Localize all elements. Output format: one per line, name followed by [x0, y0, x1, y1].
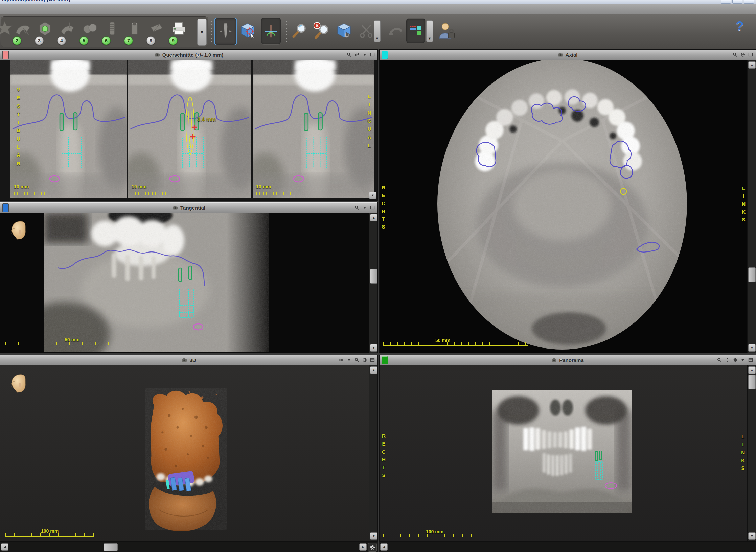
- scroll-left-button[interactable]: ◀: [380, 543, 388, 551]
- view-settings-gear-button[interactable]: [368, 543, 377, 552]
- gear-icon[interactable]: [732, 357, 738, 363]
- eye-icon[interactable]: [338, 357, 344, 363]
- axial-vertical-scrollbar[interactable]: ▲ ▼: [747, 60, 756, 353]
- help-button[interactable]: ?: [733, 19, 747, 35]
- scroll-up-button[interactable]: ▲: [370, 366, 377, 374]
- scrollbar-thumb[interactable]: [748, 267, 756, 282]
- scroll-up-button[interactable]: ▲: [748, 61, 756, 69]
- zoom-reset-tool-button[interactable]: [311, 18, 331, 44]
- annotate-icon[interactable]: [732, 52, 738, 58]
- head-orientation-icon[interactable]: [9, 373, 27, 393]
- snapshot-camera-icon[interactable]: [182, 358, 187, 362]
- workflow-step-4-button[interactable]: 4: [58, 19, 77, 45]
- head-orientation-icon[interactable]: [9, 220, 27, 240]
- annotate-icon[interactable]: [354, 357, 360, 363]
- volume-step-icon: [36, 20, 54, 38]
- window-icon[interactable]: [369, 52, 375, 58]
- contrast-icon[interactable]: [362, 357, 368, 363]
- maximize-button[interactable]: [732, 0, 742, 4]
- step-badge: 8: [146, 36, 155, 45]
- panel-title: Axial: [566, 52, 578, 58]
- undo-icon: [387, 23, 404, 39]
- cut-tool-dropdown[interactable]: ▼: [374, 20, 381, 42]
- axial-image[interactable]: [380, 60, 748, 353]
- dropdown-icon[interactable]: [346, 357, 352, 363]
- volume-pan-tool-button[interactable]: [334, 18, 354, 44]
- cross-section-image-2[interactable]: 3.4 mm 10 mm: [128, 60, 251, 198]
- annotate-icon[interactable]: [354, 205, 360, 211]
- scroll-up-button[interactable]: ▲: [748, 366, 756, 374]
- layout-tool-dropdown[interactable]: ▼: [426, 20, 433, 42]
- user-lock-tool-button[interactable]: [436, 18, 457, 44]
- layout-tool-button[interactable]: [406, 18, 426, 43]
- scrollbar-thumb[interactable]: [370, 269, 377, 284]
- annotate-icon[interactable]: [346, 52, 352, 58]
- workflow-step-2-button[interactable]: 2: [13, 19, 33, 45]
- window-icon[interactable]: [369, 205, 375, 211]
- layout-grid-icon: [409, 24, 423, 38]
- annotate-icon[interactable]: [716, 357, 723, 363]
- minimize-button[interactable]: [721, 0, 731, 4]
- scrollbar-thumb[interactable]: [748, 375, 756, 389]
- divide-icon[interactable]: [724, 357, 730, 363]
- workflow-step-7-button[interactable]: 7: [125, 19, 144, 45]
- zoom-tool-button[interactable]: [290, 18, 309, 44]
- chevron-down-icon: ▼: [375, 36, 379, 40]
- arch-align-tool-button[interactable]: [261, 18, 281, 45]
- snapshot-camera-icon[interactable]: [155, 53, 160, 57]
- implant-select-tool-button[interactable]: [214, 18, 237, 45]
- scroll-right-button[interactable]: ▶: [359, 543, 367, 551]
- panorama-vertical-scrollbar[interactable]: ▲ ▼: [747, 365, 756, 541]
- scroll-left-button[interactable]: ◀: [1, 543, 8, 551]
- split-icon[interactable]: [740, 52, 746, 58]
- workflow-overflow-dropdown[interactable]: ▼: [197, 19, 207, 46]
- tangential-image[interactable]: [44, 213, 269, 352]
- axial-body: R E C H T S L I N K S 50 mm ▲ ▼: [380, 60, 756, 353]
- scroll-down-button[interactable]: ▼: [370, 532, 377, 540]
- dropdown-icon[interactable]: [740, 357, 746, 363]
- threed-horizontal-scrollbar[interactable]: ◀ ▶: [0, 542, 378, 552]
- step-badge: 2: [13, 36, 21, 45]
- scroll-down-button[interactable]: ▼: [370, 344, 377, 352]
- workflow-step-3-button[interactable]: 3: [36, 19, 55, 45]
- panel-title: Tangential: [180, 205, 205, 211]
- snapshot-camera-icon[interactable]: [173, 206, 178, 210]
- close-button[interactable]: [744, 0, 754, 4]
- window-icon[interactable]: [748, 357, 754, 363]
- workflow-step-6-button[interactable]: 6: [102, 19, 122, 45]
- volume-rotate-tool-button[interactable]: [238, 18, 257, 44]
- scroll-up-button[interactable]: ▲: [370, 214, 377, 221]
- orientation-label-links: L I N K S: [742, 184, 746, 223]
- scroll-down-button[interactable]: ▼: [748, 532, 756, 540]
- workflow-step-5-button[interactable]: 5: [80, 19, 100, 45]
- start-step-icon[interactable]: [0, 21, 13, 38]
- snapshot-camera-icon[interactable]: [558, 53, 563, 57]
- panel-header-tangential[interactable]: Tangential: [0, 202, 377, 213]
- scroll-down-button[interactable]: ▼: [748, 344, 756, 352]
- panel-header-3d[interactable]: 3D: [0, 355, 377, 365]
- undo-tool-button[interactable]: [386, 18, 405, 44]
- measurement-label[interactable]: 3.4 mm: [197, 117, 216, 123]
- dropdown-icon[interactable]: [362, 52, 368, 58]
- dropdown-icon[interactable]: [362, 205, 368, 211]
- cross-section-image-3[interactable]: L I N G U A L 10 mm: [253, 60, 374, 198]
- panorama-image[interactable]: [492, 390, 632, 513]
- threed-render[interactable]: [0, 365, 377, 541]
- cross-section-image-1[interactable]: V E S T I B U L Ä R 10 mm: [10, 60, 127, 198]
- workflow-step-9-button[interactable]: 9: [169, 19, 189, 45]
- scroll-down-button[interactable]: ▼: [369, 192, 376, 199]
- link-icon[interactable]: [354, 52, 360, 58]
- threed-vertical-scrollbar[interactable]: ▲ ▼: [369, 365, 377, 541]
- panel-header-axial[interactable]: Axial: [380, 50, 756, 60]
- tangential-vertical-scrollbar[interactable]: ▲ ▼: [369, 213, 377, 353]
- panel-header-panorama[interactable]: Panorama: [380, 355, 756, 365]
- window-icon[interactable]: [369, 357, 375, 363]
- snapshot-camera-icon[interactable]: [551, 358, 557, 362]
- panorama-horizontal-scrollbar[interactable]: ◀: [379, 542, 756, 552]
- step-badge: 6: [102, 36, 111, 45]
- scrollbar-thumb[interactable]: [104, 543, 118, 551]
- panel-header-querschnitte[interactable]: Querschnitte (+/- 1.0 mm): [0, 50, 377, 60]
- workflow-step-8-button[interactable]: 8: [147, 19, 167, 45]
- window-icon[interactable]: [748, 52, 754, 58]
- toolbar-separator: [210, 21, 212, 42]
